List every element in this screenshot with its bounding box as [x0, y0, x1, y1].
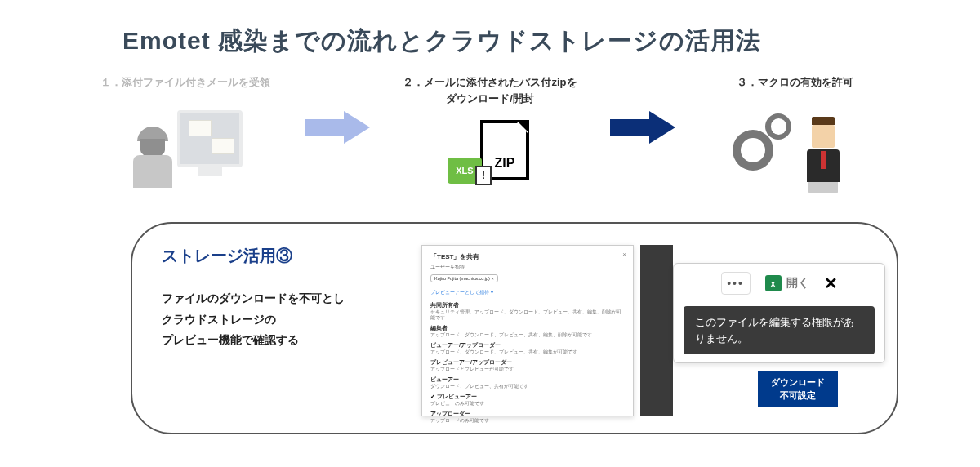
gear-icon	[765, 113, 791, 140]
monitor-icon	[177, 110, 243, 167]
slide: Emotet 感染までの流れとクラウドストレージの活用法 １．添付ファイル付きメ…	[0, 0, 980, 467]
preview-popup-screenshot: ••• x 開く ✕ このファイルを編集する権限がありません。 ダウンロード 不…	[648, 245, 867, 411]
selected-role: ✓ プレビューアー	[430, 393, 625, 401]
role-selector: プレビューアーとして招待 ▾	[430, 289, 625, 296]
callout-box: ストレージ活用③ ファイルのダウンロードを不可とし クラウドストレージの プレビ…	[131, 222, 898, 434]
share-panel: × 「TEST」を共有 ユーザーを招待 Kojiro Fujita (macni…	[421, 245, 634, 416]
hacker-icon	[128, 127, 177, 192]
businessman-icon	[795, 117, 852, 192]
step-1: １．添付ファイル付きメールを受領	[74, 74, 296, 192]
permission-tooltip: このファイルを編集する権限がありません。	[684, 306, 875, 354]
step-2-graphic: ZIP XLS !	[378, 110, 601, 192]
open-button: x 開く	[765, 275, 809, 291]
step-3: ３．マクロの有効を許可	[684, 74, 906, 192]
close-icon: ✕	[824, 274, 838, 293]
user-chip: Kojiro Fujita (macnica.co.jp) ×	[430, 274, 498, 282]
svg-marker-0	[305, 111, 370, 144]
step-2-label: ２．メールに添付されたパス付zipを ダウンロード/開封	[378, 74, 601, 104]
envelope-icon	[189, 120, 212, 136]
download-disabled-badge: ダウンロード 不可設定	[758, 371, 838, 407]
step-2: ２．メールに添付されたパス付zipを ダウンロード/開封 ZIP XLS !	[378, 74, 601, 192]
file-popup: ••• x 開く ✕ このファイルを編集する権限がありません。	[673, 263, 885, 363]
close-icon: ×	[622, 251, 626, 258]
step-1-label: １．添付ファイル付きメールを受領	[74, 74, 296, 104]
gear-icon	[733, 130, 773, 171]
arrow-icon	[610, 111, 675, 144]
step-1-graphic	[74, 110, 296, 192]
svg-marker-1	[610, 111, 675, 144]
warning-icon: !	[475, 166, 492, 185]
slide-title: Emotet 感染までの流れとクラウドストレージの活用法	[41, 24, 939, 58]
share-dialog-screenshot: × 「TEST」を共有 ユーザーを招待 Kojiro Fujita (macni…	[421, 245, 634, 411]
share-title: 「TEST」を共有	[430, 252, 625, 261]
callout-title: ストレージ活用③	[162, 245, 407, 267]
excel-icon: x	[765, 275, 782, 291]
step-3-label: ３．マクロの有効を許可	[684, 74, 906, 104]
flow-row: １．添付ファイル付きメールを受領 ２．メールに添付されたパス付zipを	[41, 74, 939, 205]
step-3-graphic	[684, 110, 906, 192]
callout-description: ファイルのダウンロードを不可とし クラウドストレージの プレビュー機能で確認する	[162, 288, 407, 351]
more-button: •••	[721, 272, 751, 295]
envelope-icon	[212, 138, 234, 154]
arrow-icon	[305, 111, 370, 144]
